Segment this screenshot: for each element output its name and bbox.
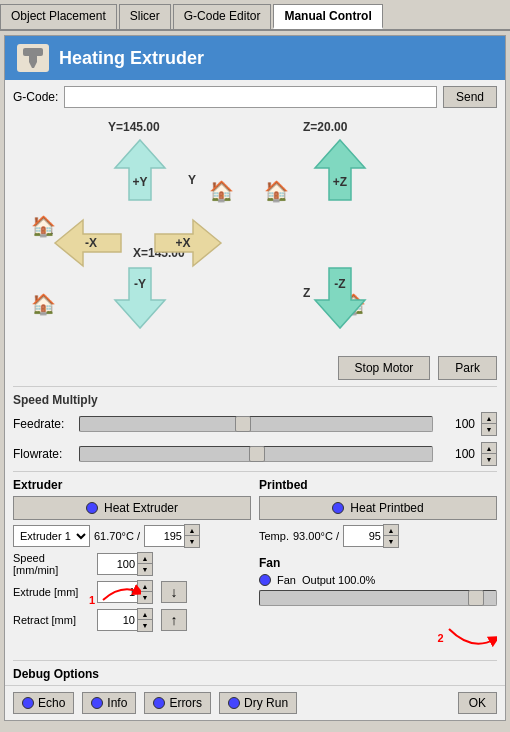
- extrude-up[interactable]: ▲: [138, 581, 152, 592]
- extruder-led: [86, 502, 98, 514]
- extrude-down[interactable]: ▼: [138, 592, 152, 603]
- annotation-arrow-2: [447, 624, 497, 654]
- svg-text:-Y: -Y: [134, 277, 146, 291]
- flowrate-value: 100: [439, 447, 475, 461]
- flowrate-spinner[interactable]: ▲ ▼: [481, 442, 497, 466]
- feedrate-value: 100: [439, 417, 475, 431]
- extruder-temp-spinbox: ▲ ▼: [144, 524, 200, 548]
- extruder-title: Extruder: [13, 478, 251, 492]
- annotation-2-area: 2: [259, 624, 497, 654]
- plus-x-button[interactable]: +X: [153, 218, 223, 271]
- annotation-2: 2: [438, 632, 444, 644]
- gcode-row: G-Code: Send: [5, 80, 505, 114]
- printbed-led: [332, 502, 344, 514]
- home-y-button[interactable]: 🏠: [203, 173, 239, 209]
- home-z2-button[interactable]: 🏠: [258, 173, 294, 209]
- send-button[interactable]: Send: [443, 86, 497, 108]
- speed-input[interactable]: [97, 553, 137, 575]
- divider-3: [13, 660, 497, 661]
- z-coord-label: Z=20.00: [303, 120, 347, 134]
- plus-z-button[interactable]: +Z: [313, 138, 367, 205]
- speed-spinbox: ▲ ▼: [97, 552, 153, 576]
- extrude-down-button[interactable]: ↓: [161, 581, 187, 603]
- heat-printbed-button[interactable]: Heat Printbed: [259, 496, 497, 520]
- printbed-temp-input[interactable]: [343, 525, 383, 547]
- speed-down[interactable]: ▼: [138, 564, 152, 575]
- retract-down[interactable]: ▼: [138, 620, 152, 631]
- speed-multiply-label: Speed Multiply: [5, 389, 505, 409]
- extruder-panel: Extruder Heat Extruder Extruder 1 61.70°…: [13, 478, 251, 654]
- echo-label: Echo: [38, 696, 65, 710]
- printbed-temp-up[interactable]: ▲: [384, 525, 398, 536]
- retract-row: Retract [mm] ▲ ▼ ↑: [13, 608, 251, 632]
- motor-controls-row: Stop Motor Park: [5, 352, 505, 384]
- speed-up[interactable]: ▲: [138, 553, 152, 564]
- debug-section-label: Debug Options: [5, 663, 505, 681]
- gcode-label: G-Code:: [13, 90, 58, 104]
- svg-rect-0: [23, 48, 43, 56]
- extruder-temp-up[interactable]: ▲: [185, 525, 199, 536]
- extruder-icon: [17, 44, 49, 72]
- fan-title: Fan: [259, 556, 497, 570]
- retract-label: Retract [mm]: [13, 614, 93, 626]
- divider-2: [13, 471, 497, 472]
- debug-row: Echo Info Errors Dry Run OK: [5, 685, 505, 720]
- dryrun-label: Dry Run: [244, 696, 288, 710]
- info-button[interactable]: Info: [82, 692, 136, 714]
- extruder-temp-input[interactable]: [144, 525, 184, 547]
- feedrate-up[interactable]: ▲: [482, 413, 496, 424]
- minus-x-button[interactable]: -X: [53, 218, 123, 271]
- extruder-temp-down[interactable]: ▼: [185, 536, 199, 547]
- tab-object-placement[interactable]: Object Placement: [0, 4, 117, 29]
- heat-extruder-button[interactable]: Heat Extruder: [13, 496, 251, 520]
- park-button[interactable]: Park: [438, 356, 497, 380]
- flowrate-label: Flowrate:: [13, 447, 73, 461]
- dryrun-button[interactable]: Dry Run: [219, 692, 297, 714]
- retract-input[interactable]: [97, 609, 137, 631]
- fan-output: Output 100.0%: [302, 574, 375, 586]
- feedrate-down[interactable]: ▼: [482, 424, 496, 435]
- flowrate-down[interactable]: ▼: [482, 454, 496, 465]
- plus-y-button[interactable]: +Y: [113, 138, 167, 205]
- errors-led: [153, 697, 165, 709]
- home-z-button[interactable]: 🏠: [25, 286, 61, 322]
- gcode-input[interactable]: [64, 86, 437, 108]
- retract-spinbox: ▲ ▼: [97, 608, 153, 632]
- svg-rect-1: [29, 56, 37, 62]
- speed-label: Speed [mm/min]: [13, 552, 93, 576]
- divider-1: [13, 386, 497, 387]
- feedrate-label: Feedrate:: [13, 417, 73, 431]
- retract-up[interactable]: ▲: [138, 609, 152, 620]
- xy-section: Y=145.00 X Y X=145.00 🏠 🏠 🏠 +Y: [13, 118, 253, 348]
- tab-bar: Object Placement Slicer G-Code Editor Ma…: [0, 0, 510, 31]
- echo-button[interactable]: Echo: [13, 692, 74, 714]
- errors-button[interactable]: Errors: [144, 692, 211, 714]
- svg-text:+Z: +Z: [333, 175, 347, 189]
- minus-z-button[interactable]: -Z: [313, 266, 367, 333]
- printbed-temp-display: 93.00°C /: [293, 530, 339, 542]
- flowrate-up[interactable]: ▲: [482, 443, 496, 454]
- printbed-temp-label: Temp.: [259, 530, 289, 542]
- stop-motor-button[interactable]: Stop Motor: [338, 356, 431, 380]
- info-label: Info: [107, 696, 127, 710]
- svg-marker-3: [115, 140, 165, 200]
- minus-y-button[interactable]: -Y: [113, 266, 167, 333]
- extrude-row: Extrude [mm] ▲ ▼ ↓ 1: [13, 580, 251, 604]
- tab-gcode-editor[interactable]: G-Code Editor: [173, 4, 272, 29]
- tab-manual-control[interactable]: Manual Control: [273, 4, 382, 29]
- fan-slider[interactable]: [259, 590, 497, 606]
- retract-up-button[interactable]: ↑: [161, 609, 187, 631]
- extruder-select[interactable]: Extruder 1: [13, 525, 90, 547]
- feedrate-slider[interactable]: [79, 416, 433, 432]
- header-bar: Heating Extruder: [5, 36, 505, 80]
- speed-row: Speed [mm/min] ▲ ▼: [13, 552, 251, 576]
- y-coord-label: Y=145.00: [108, 120, 160, 134]
- extrude-input[interactable]: [97, 581, 137, 603]
- y-axis-label: Y: [188, 173, 196, 187]
- feedrate-spinner[interactable]: ▲ ▼: [481, 412, 497, 436]
- main-panel: Heating Extruder G-Code: Send Y=145.00 X…: [4, 35, 506, 721]
- printbed-temp-down[interactable]: ▼: [384, 536, 398, 547]
- flowrate-slider[interactable]: [79, 446, 433, 462]
- ok-button[interactable]: OK: [458, 692, 497, 714]
- tab-slicer[interactable]: Slicer: [119, 4, 171, 29]
